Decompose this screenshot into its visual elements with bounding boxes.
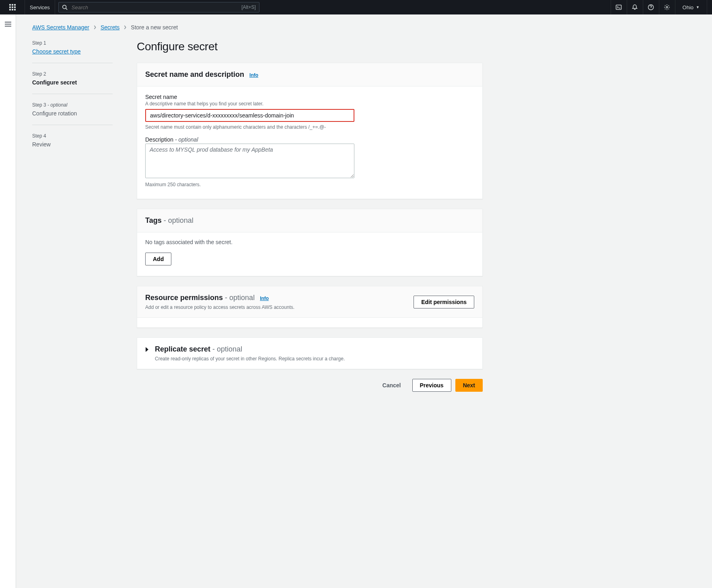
- secret-name-hint: A descriptive name that helps you find y…: [145, 101, 474, 107]
- breadcrumb: AWS Secrets Manager Secrets Store a new …: [32, 24, 483, 31]
- wizard-steps: Step 1 Choose secret type Step 2 Configu…: [32, 40, 113, 392]
- chevron-right-icon: [93, 25, 97, 29]
- step-title: Configure secret: [32, 79, 113, 86]
- bell-icon: [632, 4, 638, 10]
- notifications-button[interactable]: [627, 0, 643, 14]
- panel-heading: Resource permissions - optional Info: [145, 294, 294, 302]
- panel-secret-name: Secret name and description Info Secret …: [137, 63, 483, 199]
- chevron-right-icon: [123, 25, 127, 29]
- chevron-down-icon: ▼: [696, 5, 700, 9]
- secret-name-label: Secret name: [145, 94, 474, 100]
- previous-button[interactable]: Previous: [412, 379, 451, 392]
- search-shortcut: [Alt+S]: [241, 4, 256, 10]
- aws-logo-block[interactable]: [0, 0, 25, 14]
- services-menu[interactable]: Services: [25, 0, 55, 14]
- description-constraint: Maximum 250 characters.: [145, 182, 474, 187]
- panel-heading: Replicate secret - optional: [155, 345, 345, 354]
- step-title: Configure rotation: [32, 110, 113, 117]
- page-title: Configure secret: [137, 40, 483, 53]
- wizard-step-3: Step 3 - optional Configure rotation: [32, 102, 113, 125]
- settings-button[interactable]: [659, 0, 675, 14]
- hamburger-icon: [5, 22, 11, 588]
- panel-heading: Tags - optional: [145, 216, 193, 225]
- description-label: Description - optional: [145, 136, 474, 143]
- edit-permissions-button[interactable]: Edit permissions: [414, 296, 474, 308]
- step-num: Step 4: [32, 133, 113, 139]
- step-num: Step 2: [32, 71, 113, 77]
- wizard-step-2: Step 2 Configure secret: [32, 71, 113, 94]
- wizard-footer: Cancel Previous Next: [137, 379, 483, 392]
- info-link[interactable]: Info: [260, 296, 269, 301]
- side-nav-toggle[interactable]: [0, 14, 16, 588]
- step-num: Step 3 - optional: [32, 102, 113, 108]
- services-grid-icon: [9, 4, 16, 10]
- region-label: Ohio: [683, 4, 693, 10]
- wizard-step-4: Step 4 Review: [32, 133, 113, 156]
- step-title[interactable]: Choose secret type: [32, 48, 113, 55]
- cloudshell-icon: [615, 4, 622, 10]
- cancel-button[interactable]: Cancel: [375, 379, 408, 392]
- search-icon: [62, 4, 68, 10]
- info-link[interactable]: Info: [249, 72, 258, 78]
- top-nav-bar: Services [Alt+S]: [0, 0, 712, 14]
- caret-right-icon: [145, 345, 149, 352]
- panel-resource-permissions: Resource permissions - optional Info Add…: [137, 286, 483, 328]
- panel-subtitle: Create read-only replicas of your secret…: [155, 356, 345, 362]
- panel-replicate-secret: Replicate secret - optional Create read-…: [137, 337, 483, 369]
- secret-name-constraint: Secret name must contain only alphanumer…: [145, 124, 474, 130]
- step-title: Review: [32, 141, 113, 148]
- add-tag-button[interactable]: Add: [145, 253, 171, 265]
- panel-subtitle: Add or edit a resource policy to access …: [145, 304, 294, 310]
- tags-empty-message: No tags associated with the secret.: [145, 239, 474, 245]
- svg-point-0: [63, 5, 66, 9]
- panel-tags: Tags - optional No tags associated with …: [137, 209, 483, 276]
- description-textarea[interactable]: [145, 144, 354, 178]
- breadcrumb-current: Store a new secret: [131, 24, 178, 31]
- gear-icon: [664, 4, 670, 10]
- svg-point-4: [666, 6, 668, 8]
- replicate-secret-toggle[interactable]: Replicate secret - optional Create read-…: [137, 338, 482, 369]
- next-button[interactable]: Next: [455, 379, 483, 392]
- step-num: Step 1: [32, 40, 113, 46]
- global-search[interactable]: [Alt+S]: [58, 2, 259, 12]
- help-icon: [648, 4, 654, 10]
- breadcrumb-root[interactable]: AWS Secrets Manager: [32, 24, 89, 31]
- field-description: Description - optional Maximum 250 chara…: [145, 136, 474, 187]
- search-input[interactable]: [71, 4, 238, 11]
- cloudshell-button[interactable]: [611, 0, 627, 14]
- field-secret-name: Secret name A descriptive name that help…: [145, 94, 474, 130]
- svg-line-1: [66, 8, 67, 10]
- breadcrumb-secrets[interactable]: Secrets: [101, 24, 119, 31]
- secret-name-input[interactable]: [145, 109, 354, 122]
- help-button[interactable]: [643, 0, 659, 14]
- region-selector[interactable]: Ohio ▼: [675, 0, 707, 14]
- wizard-step-1[interactable]: Step 1 Choose secret type: [32, 40, 113, 63]
- panel-heading: Secret name and description Info: [145, 70, 258, 79]
